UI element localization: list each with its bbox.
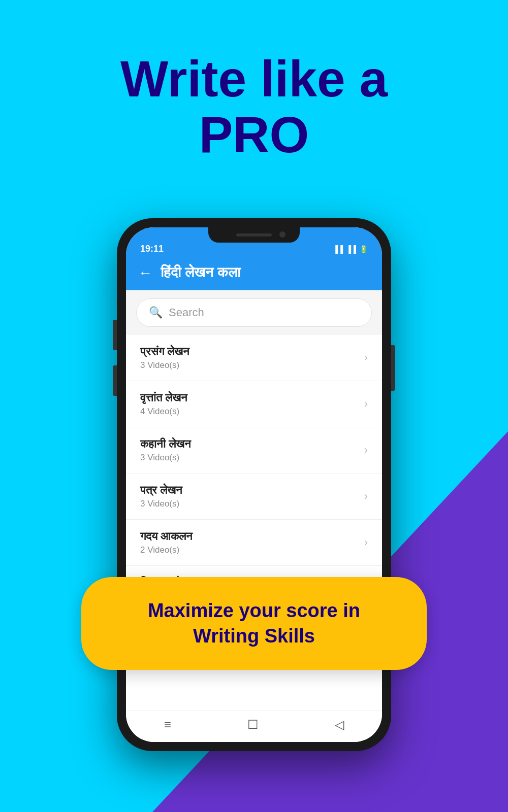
list-item-subtitle: 4 Video(s) bbox=[140, 407, 187, 417]
phone-speaker bbox=[236, 233, 272, 236]
list-item-subtitle: 3 Video(s) bbox=[140, 360, 189, 370]
bottom-nav: ≡ ☐ ◁ bbox=[126, 710, 382, 742]
cta-line1: Maximize your score in bbox=[148, 600, 360, 621]
back-nav-icon[interactable]: ◁ bbox=[335, 718, 344, 732]
list-item[interactable]: गदय आकलन 2 Video(s) › bbox=[126, 520, 382, 566]
list-item-text: पत्र लेखन 3 Video(s) bbox=[140, 484, 182, 509]
headline-line1: Write like a bbox=[120, 50, 388, 107]
home-icon[interactable]: ☐ bbox=[247, 718, 259, 732]
chevron-right-icon: › bbox=[364, 397, 368, 411]
list-item-subtitle: 3 Video(s) bbox=[140, 499, 182, 509]
list-item-text: कहानी लेखन 3 Video(s) bbox=[140, 437, 191, 463]
list-item-title: प्रसंग लेखन bbox=[140, 345, 189, 358]
list-item-title: गदय आकलन bbox=[140, 530, 193, 543]
headline: Write like a PRO bbox=[0, 51, 508, 162]
cta-button[interactable]: Maximize your score in Writing Skills bbox=[81, 577, 427, 670]
signal-icon2: ▐▐ bbox=[346, 245, 356, 253]
search-placeholder: Search bbox=[169, 306, 204, 319]
phone-wrapper: 19:11 ▐▐ ▐▐ 🔋 ← हिंदी लेखन कला 🔍 Search bbox=[117, 218, 391, 751]
list-item-subtitle: 2 Video(s) bbox=[140, 545, 193, 555]
list-item-title: पत्र लेखन bbox=[140, 484, 182, 497]
phone-btn-vol-down bbox=[113, 365, 117, 396]
app-title: हिंदी लेखन कला bbox=[161, 264, 240, 281]
battery-icon: 🔋 bbox=[359, 245, 368, 253]
phone-outer: 19:11 ▐▐ ▐▐ 🔋 ← हिंदी लेखन कला 🔍 Search bbox=[117, 218, 391, 751]
search-bar-container: 🔍 Search bbox=[126, 290, 382, 335]
app-header: ← हिंदी लेखन कला bbox=[126, 257, 382, 290]
back-button[interactable]: ← bbox=[138, 265, 152, 281]
menu-icon[interactable]: ≡ bbox=[164, 718, 171, 732]
cta-line2: Writing Skills bbox=[193, 625, 315, 647]
list-item-subtitle: 3 Video(s) bbox=[140, 453, 191, 463]
phone-notch bbox=[208, 227, 300, 243]
cta-text: Maximize your score in Writing Skills bbox=[112, 598, 396, 649]
search-bar[interactable]: 🔍 Search bbox=[136, 298, 372, 327]
list-item[interactable]: कहानी लेखन 3 Video(s) › bbox=[126, 427, 382, 473]
list-item-title: वृत्तांत लेखन bbox=[140, 391, 187, 404]
status-time: 19:11 bbox=[140, 244, 164, 254]
list-item-text: वृत्तांत लेखन 4 Video(s) bbox=[140, 391, 187, 417]
search-icon: 🔍 bbox=[149, 306, 163, 319]
list-item[interactable]: वृत्तांत लेखन 4 Video(s) › bbox=[126, 381, 382, 427]
phone-btn-vol-up bbox=[113, 320, 117, 350]
chevron-right-icon: › bbox=[364, 351, 368, 364]
list-item[interactable]: पत्र लेखन 3 Video(s) › bbox=[126, 473, 382, 520]
status-icons: ▐▐ ▐▐ 🔋 bbox=[333, 245, 368, 253]
list-item-title: कहानी लेखन bbox=[140, 437, 191, 451]
chevron-right-icon: › bbox=[364, 490, 368, 503]
headline-line2: PRO bbox=[199, 106, 309, 163]
chevron-right-icon: › bbox=[364, 536, 368, 549]
phone-btn-power bbox=[391, 345, 395, 391]
chevron-right-icon: › bbox=[364, 444, 368, 457]
list-item-text: प्रसंग लेखन 3 Video(s) bbox=[140, 345, 189, 370]
list-item[interactable]: प्रसंग लेखन 3 Video(s) › bbox=[126, 335, 382, 381]
list-item-text: गदय आकलन 2 Video(s) bbox=[140, 530, 193, 555]
signal-icon: ▐▐ bbox=[333, 245, 343, 253]
phone-camera bbox=[279, 231, 285, 238]
